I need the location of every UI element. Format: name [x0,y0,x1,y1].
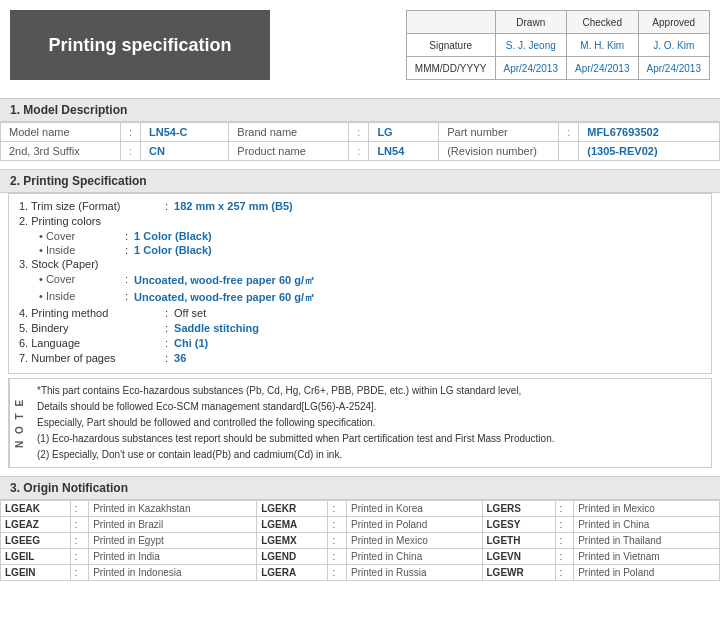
title-text: Printing specification [48,35,231,56]
stock-inside-row: • Inside : Uncoated, wood-free paper 60 … [39,290,701,305]
approval-row2-col3: Apr/24/2013 [638,57,710,80]
model-row-2: 2nd, 3rd Suffix : CN Product name : LN54… [1,142,720,161]
origin-lgein-text: Printed in Indonesia [89,565,257,581]
note-label: N O T E [9,379,29,467]
model-section-header: 1. Model Description [0,98,720,122]
approval-row1-col0: Signature [406,34,495,57]
origin-lgeak-code: LGEAK [1,501,71,517]
approval-row1-col3: J. O. Kim [638,34,710,57]
cover-color-value: 1 Color (Black) [134,230,212,242]
approval-header-blank [406,11,495,34]
spec-printing-method: 4. Printing method : Off set [19,307,701,319]
spec-language: 6. Language : Chi (1) [19,337,701,349]
pages-value: 36 [174,352,186,364]
note-line-3: Especially, Part should be followed and … [37,415,554,431]
model-table: Model name : LN54-C Brand name : LG Part… [0,122,720,161]
approval-row2-col2: Apr/24/2013 [567,57,639,80]
note-content: *This part contains Eco-hazardous substa… [29,379,562,467]
origin-row-4: LGEIL : Printed in India LGEND : Printed… [1,549,720,565]
stock-label: 3. Stock (Paper) [19,258,159,270]
spec-printing-colors: 2. Printing colors • Cover : 1 Color (Bl… [19,215,701,256]
note-line-2: Details should be followed Eco-SCM manag… [37,399,554,415]
stock-inside-value: Uncoated, wood-free paper 60 g/㎡ [134,290,315,305]
origin-lgera-text: Printed in Russia [347,565,482,581]
origin-lgekr-text: Printed in Korea [347,501,482,517]
origin-lgeil-code: LGEIL [1,549,71,565]
part-number-label: Part number [439,123,559,142]
origin-lgewr-text: Printed in Poland [574,565,720,581]
note-line-1: *This part contains Eco-hazardous substa… [37,383,554,399]
note-box: N O T E *This part contains Eco-hazardou… [8,378,712,468]
stock-cover-value: Uncoated, wood-free paper 60 g/㎡ [134,273,315,288]
origin-lgeil-text: Printed in India [89,549,257,565]
suffix-value: CN [141,142,229,161]
approval-row2-col1: Apr/24/2013 [495,57,567,80]
revision-label: (Revision number) [439,142,559,161]
origin-lgein-code: LGEIN [1,565,71,581]
approval-row1-col2: M. H. Kim [567,34,639,57]
origin-lgesy-text: Printed in China [574,517,720,533]
language-label: 6. Language [19,337,159,349]
origin-lgevn-text: Printed in Vietnam [574,549,720,565]
suffix-label: 2nd, 3rd Suffix [1,142,121,161]
origin-lgemx-text: Printed in Mexico [347,533,482,549]
origin-lgema-text: Printed in Poland [347,517,482,533]
document-title: Printing specification [10,10,270,80]
product-name-value: LN54 [369,142,439,161]
stock-cover-label: • Cover [39,273,119,288]
approval-row1-col1: S. J. Jeong [495,34,567,57]
origin-lgemx-code: LGEMX [257,533,328,549]
origin-table: LGEAK : Printed in Kazakhstan LGEKR : Pr… [0,500,720,581]
model-row-1: Model name : LN54-C Brand name : LG Part… [1,123,720,142]
inside-color-value: 1 Color (Black) [134,244,212,256]
origin-lgend-text: Printed in China [347,549,482,565]
origin-lgeeg-text: Printed in Egypt [89,533,257,549]
origin-section-header: 3. Origin Notification [0,476,720,500]
bindery-label: 5. Bindery [19,322,159,334]
trim-size-label: 1. Trim size (Format) [19,200,159,212]
product-name-label: Product name [229,142,349,161]
origin-lgeth-text: Printed in Thailand [574,533,720,549]
inside-label: • Inside [39,244,119,256]
origin-lgeak-text: Printed in Kazakhstan [89,501,257,517]
origin-row-3: LGEEG : Printed in Egypt LGEMX : Printed… [1,533,720,549]
cover-label: • Cover [39,230,119,242]
bindery-value: Saddle stitching [174,322,259,334]
printing-method-value: Off set [174,307,206,319]
origin-lgera-code: LGERA [257,565,328,581]
trim-size-value: 182 mm x 257 mm (B5) [174,200,293,212]
header: Printing specification Drawn Checked App… [0,0,720,90]
printing-section-header: 2. Printing Specification [0,169,720,193]
revision-value: (1305-REV02) [579,142,720,161]
stock-cover-row: • Cover : Uncoated, wood-free paper 60 g… [39,273,701,288]
origin-lgeth-code: LGETH [482,533,555,549]
origin-lgewr-code: LGEWR [482,565,555,581]
origin-row-1: LGEAK : Printed in Kazakhstan LGEKR : Pr… [1,501,720,517]
origin-lgeaz-text: Printed in Brazil [89,517,257,533]
origin-lgekr-code: LGEKR [257,501,328,517]
spec-trim-size: 1. Trim size (Format) : 182 mm x 257 mm … [19,200,701,212]
origin-lgesy-code: LGESY [482,517,555,533]
approval-table: Drawn Checked Approved Signature S. J. J… [406,10,710,80]
printing-colors-label: 2. Printing colors [19,215,159,227]
spec-stock: 3. Stock (Paper) • Cover : Uncoated, woo… [19,258,701,305]
approval-header-approved: Approved [638,11,710,34]
inside-colors-row: • Inside : 1 Color (Black) [39,244,701,256]
note-line-5: (2) Especially, Don't use or contain lea… [37,447,554,463]
printing-spec-box: 1. Trim size (Format) : 182 mm x 257 mm … [8,193,712,374]
brand-name-label: Brand name [229,123,349,142]
language-value: Chi (1) [174,337,208,349]
cover-colors-row: • Cover : 1 Color (Black) [39,230,701,242]
origin-lgeeg-code: LGEEG [1,533,71,549]
origin-row-2: LGEAZ : Printed in Brazil LGEMA : Printe… [1,517,720,533]
note-line-4: (1) Eco-hazardous substances test report… [37,431,554,447]
part-number-value: MFL67693502 [579,123,720,142]
approval-header-drawn: Drawn [495,11,567,34]
origin-lgema-code: LGEMA [257,517,328,533]
printing-method-label: 4. Printing method [19,307,159,319]
origin-lgers-text: Printed in Mexico [574,501,720,517]
approval-header-checked: Checked [567,11,639,34]
origin-lgend-code: LGEND [257,549,328,565]
origin-lgers-code: LGERS [482,501,555,517]
origin-lgeaz-code: LGEAZ [1,517,71,533]
